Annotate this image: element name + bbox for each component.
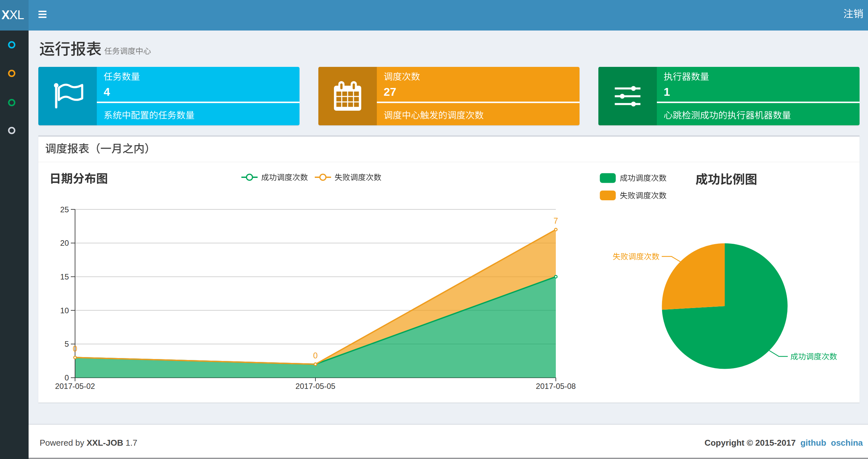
svg-text:0: 0 xyxy=(65,373,69,382)
svg-text:20: 20 xyxy=(60,238,69,248)
svg-text:10: 10 xyxy=(60,306,69,315)
svg-text:1: 1 xyxy=(664,86,670,98)
svg-text:27: 27 xyxy=(384,86,396,98)
svg-text:0: 0 xyxy=(313,351,318,360)
svg-text:Copyright © 2015-2017 github: Copyright © 2015-2017 github oschina xyxy=(705,438,863,448)
svg-text:2017-05-08: 2017-05-08 xyxy=(536,382,576,391)
svg-text:2017-05-02: 2017-05-02 xyxy=(55,382,95,391)
svg-text:Powered by XXL-JOB 1.7: Powered by XXL-JOB 1.7 xyxy=(40,438,137,448)
svg-text:5: 5 xyxy=(65,339,69,348)
svg-text:2017-05-05: 2017-05-05 xyxy=(296,382,336,391)
svg-text:4: 4 xyxy=(104,86,110,98)
svg-text:7: 7 xyxy=(554,216,558,225)
svg-text:15: 15 xyxy=(60,272,69,281)
svg-text:XXL: XXL xyxy=(2,8,24,22)
svg-text:0: 0 xyxy=(73,344,77,353)
svg-text:25: 25 xyxy=(60,205,69,214)
